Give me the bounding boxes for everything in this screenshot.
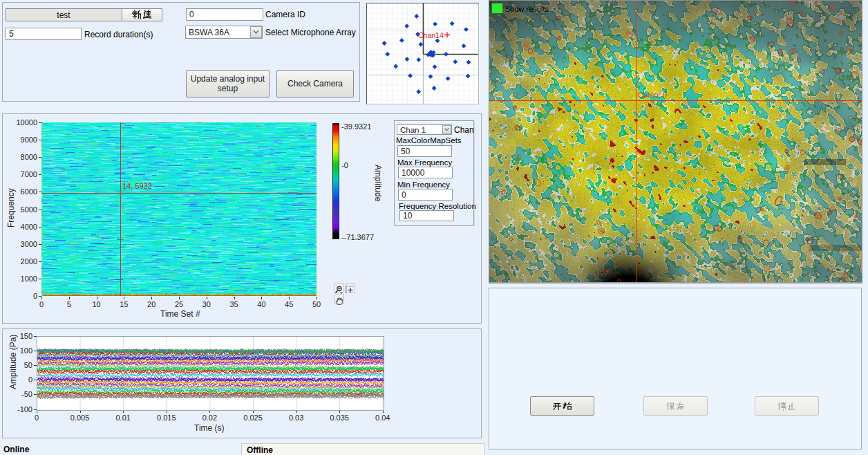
- svg-text:Chan14: Chan14: [418, 31, 444, 39]
